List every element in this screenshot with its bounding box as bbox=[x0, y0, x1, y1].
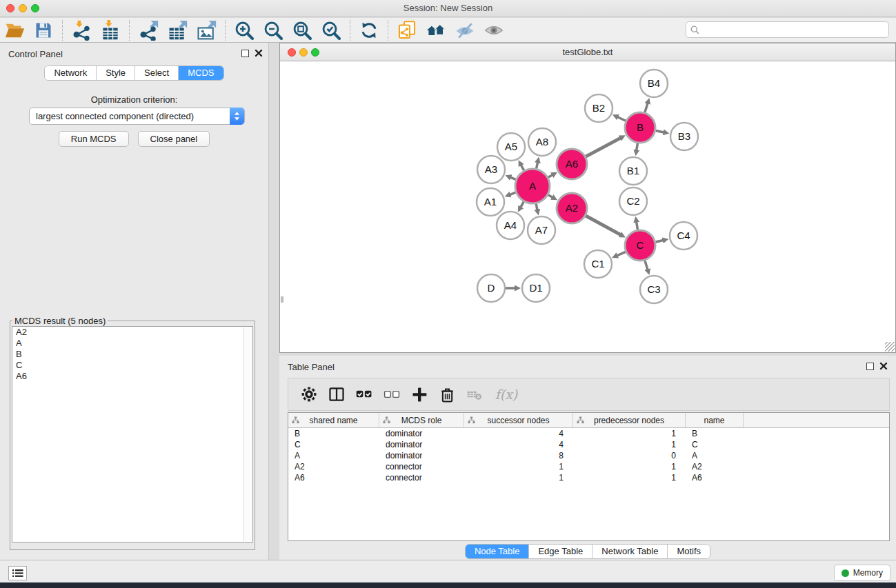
memory-button[interactable]: Memory bbox=[834, 565, 890, 581]
delete-column-button[interactable] bbox=[433, 383, 461, 406]
zoom-fit-button[interactable] bbox=[288, 19, 317, 41]
graph-node-A6[interactable]: A6 bbox=[557, 149, 587, 179]
column-header-name[interactable]: name bbox=[686, 413, 744, 427]
export-image-button[interactable] bbox=[192, 19, 221, 41]
table-row[interactable]: A6connector11A6 bbox=[288, 472, 889, 483]
graph-edge-A2-C[interactable] bbox=[586, 216, 621, 235]
home-button[interactable] bbox=[421, 19, 450, 41]
graph-edge-B-B1[interactable] bbox=[637, 143, 638, 152]
scrollbar[interactable] bbox=[243, 327, 252, 541]
graph-node-B4[interactable]: B4 bbox=[640, 70, 668, 97]
graph-edge-C-C2[interactable] bbox=[636, 221, 637, 230]
column-header-mcds-role[interactable]: MCDS role bbox=[379, 413, 464, 427]
close-panel-button[interactable]: Close panel bbox=[138, 131, 210, 147]
graph-edge-A-A6[interactable] bbox=[548, 174, 553, 177]
graph-node-B2[interactable]: B2 bbox=[585, 94, 613, 122]
zoom-selected-button[interactable] bbox=[317, 19, 346, 41]
graph-node-C4[interactable]: C4 bbox=[670, 222, 697, 250]
task-history-button[interactable] bbox=[8, 566, 27, 580]
graph-edge-B-B4[interactable] bbox=[645, 103, 648, 112]
mcds-result-item[interactable]: A bbox=[12, 338, 252, 349]
table-settings-button[interactable] bbox=[295, 383, 323, 406]
graph-edge-C-C3[interactable] bbox=[645, 261, 648, 270]
close-panel-icon[interactable] bbox=[255, 49, 263, 57]
search-field[interactable] bbox=[686, 21, 889, 38]
duplicate-network-button[interactable] bbox=[392, 19, 421, 41]
mcds-result-item[interactable]: C bbox=[12, 360, 252, 371]
graph-edge-A6-B[interactable] bbox=[586, 138, 621, 157]
graph-edge-A-A3[interactable] bbox=[510, 177, 516, 180]
graph-node-A[interactable]: A bbox=[515, 169, 550, 203]
graph-node-A2[interactable]: A2 bbox=[557, 193, 587, 223]
node-table[interactable]: shared nameMCDS rolesuccessor nodesprede… bbox=[288, 412, 890, 541]
deselect-all-columns-button[interactable] bbox=[378, 383, 406, 406]
tab-network-table[interactable]: Network Table bbox=[593, 545, 668, 558]
graph-edge-C-C4[interactable] bbox=[655, 240, 664, 242]
graph-edge-B-B2[interactable] bbox=[617, 116, 626, 121]
network-window-titlebar[interactable]: testGlobe.txt bbox=[280, 43, 895, 61]
graph-node-C2[interactable]: C2 bbox=[619, 187, 647, 215]
tab-motifs[interactable]: Motifs bbox=[668, 545, 710, 558]
import-table-button[interactable] bbox=[96, 19, 125, 41]
table-row[interactable]: Bdominator41B bbox=[288, 428, 889, 439]
split-view-button[interactable] bbox=[323, 383, 350, 406]
tab-network[interactable]: Network bbox=[45, 66, 97, 80]
graph-node-A5[interactable]: A5 bbox=[497, 133, 525, 161]
criterion-dropdown[interactable]: largest connected component (directed) bbox=[29, 108, 245, 125]
add-column-button[interactable] bbox=[406, 383, 433, 406]
mcds-result-item[interactable]: A2 bbox=[12, 327, 252, 338]
show-all-button[interactable] bbox=[479, 19, 508, 41]
export-table-button[interactable] bbox=[163, 19, 192, 41]
graph-edge-C-C1[interactable] bbox=[617, 252, 626, 256]
hide-selected-button[interactable] bbox=[450, 19, 479, 41]
graph-edge-A-A2[interactable] bbox=[548, 195, 553, 198]
search-input[interactable] bbox=[703, 25, 888, 35]
graph-node-A4[interactable]: A4 bbox=[497, 212, 524, 239]
float-panel-button[interactable] bbox=[241, 50, 249, 57]
mcds-result-item[interactable]: A6 bbox=[12, 371, 252, 382]
mcds-result-list[interactable]: A2ABCA6 bbox=[12, 326, 253, 543]
graph-edge-A-A4[interactable] bbox=[520, 202, 524, 208]
tab-node-table[interactable]: Node Table bbox=[466, 545, 530, 558]
run-mcds-button[interactable]: Run MCDS bbox=[59, 131, 129, 147]
zoom-out-button[interactable] bbox=[259, 19, 288, 41]
graph-node-A3[interactable]: A3 bbox=[477, 156, 505, 183]
graph-edge-A-A1[interactable] bbox=[509, 192, 516, 195]
graph-node-C3[interactable]: C3 bbox=[640, 276, 668, 303]
float-table-panel-button[interactable] bbox=[866, 363, 874, 370]
save-session-button[interactable] bbox=[29, 19, 58, 41]
open-session-button[interactable] bbox=[0, 19, 29, 41]
graph-node-A8[interactable]: A8 bbox=[528, 128, 556, 156]
graph-node-A7[interactable]: A7 bbox=[528, 216, 555, 244]
resize-grip[interactable] bbox=[885, 342, 895, 352]
refresh-button[interactable] bbox=[355, 19, 384, 41]
export-network-button[interactable] bbox=[134, 19, 163, 41]
graph-node-D1[interactable]: D1 bbox=[522, 274, 550, 302]
tab-style[interactable]: Style bbox=[97, 66, 135, 80]
table-row[interactable]: A2connector11A2 bbox=[288, 461, 889, 472]
network-canvas[interactable]: AA6A2BCA5A8A3A1A4A7B2B4B3B1C2C4C1C3DD1 bbox=[281, 62, 895, 352]
zoom-in-button[interactable] bbox=[230, 19, 259, 41]
column-header-predecessor-nodes[interactable]: predecessor nodes bbox=[573, 413, 686, 427]
graph-node-B3[interactable]: B3 bbox=[670, 123, 698, 150]
graph-edge-A-A7[interactable] bbox=[536, 203, 537, 210]
graph-edge-A-A5[interactable] bbox=[521, 164, 524, 170]
graph-node-B[interactable]: B bbox=[625, 112, 655, 143]
table-row[interactable]: Cdominator41C bbox=[288, 439, 889, 450]
tab-select[interactable]: Select bbox=[135, 66, 179, 80]
graph-node-A1[interactable]: A1 bbox=[477, 188, 504, 216]
graph-edge-B-B3[interactable] bbox=[656, 131, 665, 133]
import-network-button[interactable] bbox=[67, 19, 96, 41]
select-all-columns-button[interactable] bbox=[350, 383, 378, 406]
graph-node-B1[interactable]: B1 bbox=[619, 157, 647, 185]
mcds-result-item[interactable]: B bbox=[12, 349, 252, 360]
graph-edge-A-A8[interactable] bbox=[537, 161, 538, 168]
tab-mcds[interactable]: MCDS bbox=[179, 66, 223, 80]
close-table-panel-icon[interactable] bbox=[879, 362, 888, 370]
table-row[interactable]: Adominator80A bbox=[288, 450, 889, 461]
graph-node-D[interactable]: D bbox=[477, 274, 505, 302]
column-header-successor-nodes[interactable]: successor nodes bbox=[464, 413, 573, 427]
column-header-shared-name[interactable]: shared name bbox=[288, 413, 379, 427]
tab-edge-table[interactable]: Edge Table bbox=[529, 545, 593, 558]
graph-node-C1[interactable]: C1 bbox=[584, 250, 612, 278]
